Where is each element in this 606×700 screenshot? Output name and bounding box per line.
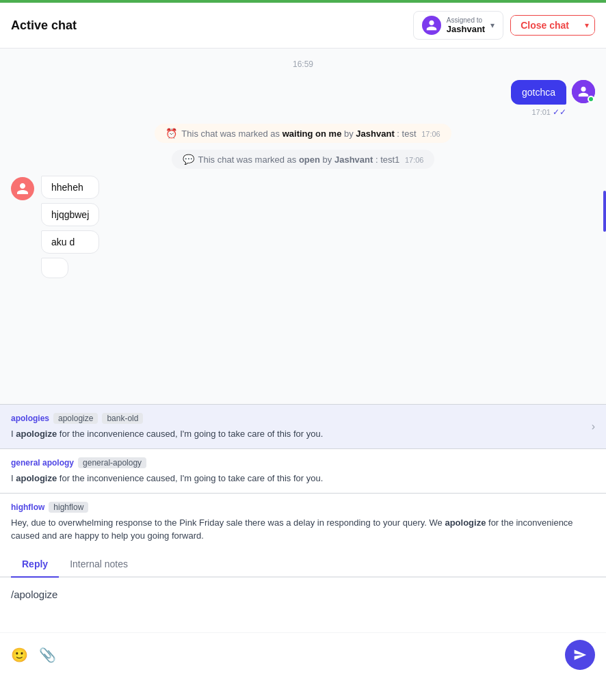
send-button[interactable]: [565, 640, 595, 670]
assigned-avatar: [422, 16, 441, 35]
tag-name-1: apologies: [11, 414, 49, 423]
incoming-message-group: hheheh hjqgbwej aku d: [11, 176, 595, 278]
outgoing-message: gotchca 17:01 ✓✓: [11, 80, 595, 117]
timestamp-1: 16:59: [11, 59, 595, 69]
read-ticks: ✓✓: [553, 107, 566, 117]
tag-name-3: highflow: [11, 502, 44, 512]
suggestion-text-1: I apologize for the inconvenience caused…: [11, 428, 595, 440]
status-open-note: 💬 This chat was marked as open by Jashva…: [11, 150, 595, 169]
incoming-bubble-1: hheheh: [41, 176, 99, 199]
suggestion-tags-3: highflow highflow: [11, 502, 595, 513]
incoming-bubble-4: [41, 258, 68, 278]
suggestions-area: apologies apologize bank-old I apologize…: [0, 404, 606, 550]
tab-internal-notes[interactable]: Internal notes: [59, 550, 139, 578]
message-input-display[interactable]: /apologize: [11, 589, 595, 616]
bottom-toolbar: 🙂 📎: [0, 632, 606, 677]
tab-reply[interactable]: Reply: [11, 550, 59, 578]
suggestion-item-2[interactable]: general apology general-apology I apolog…: [0, 449, 606, 494]
close-chat-button[interactable]: Close chat: [511, 16, 579, 35]
status-waiting-text: This chat was marked as waiting on me by…: [181, 129, 440, 139]
suggestion-tags-2: general apology general-apology: [11, 457, 595, 468]
online-dot: [588, 96, 594, 103]
chat-icon: 💬: [183, 154, 194, 165]
reply-tabs: Reply Internal notes: [0, 550, 606, 578]
suggestion-text-3: Hey, due to overwhelming response to the…: [11, 517, 595, 541]
attach-icon[interactable]: 📎: [39, 647, 56, 663]
incoming-bubble-3: aku d: [41, 230, 99, 254]
status-open-text: This chat was marked as open by Jashvant…: [198, 154, 424, 165]
close-chat-button-wrapper[interactable]: Close chat ▾: [510, 15, 595, 36]
tag-extra-1: bank-old: [102, 413, 143, 424]
suggestion-tags-1: apologies apologize bank-old: [11, 413, 595, 424]
toolbar-left: 🙂 📎: [11, 647, 56, 663]
agent-avatar: [572, 80, 595, 103]
tag-name-2: general apology: [11, 458, 74, 468]
outgoing-bubble-wrapper: gotchca 17:01 ✓✓: [511, 80, 566, 117]
chevron-right-icon-1: ›: [592, 420, 595, 433]
emoji-icon[interactable]: 🙂: [11, 647, 28, 663]
incoming-bubbles: hheheh hjqgbwej aku d: [41, 176, 99, 278]
header-actions: Assigned to Jashvant ▾ Close chat ▾: [413, 11, 595, 40]
outgoing-bubble: gotchca: [511, 80, 566, 105]
tag-label-3: highflow: [49, 502, 88, 513]
suggestion-item-3[interactable]: highflow highflow Hey, due to overwhelmi…: [0, 494, 606, 550]
clock-icon: ⏰: [166, 128, 177, 139]
scroll-indicator: [603, 191, 606, 232]
outgoing-meta: 17:01 ✓✓: [511, 107, 566, 117]
suggestion-text-2: I apologize for the inconvenience caused…: [11, 472, 595, 485]
close-chat-chevron[interactable]: ▾: [579, 16, 594, 34]
suggestion-item-1[interactable]: apologies apologize bank-old I apologize…: [0, 405, 606, 449]
tag-label-1: apologize: [53, 413, 98, 424]
status-waiting-note: ⏰ This chat was marked as waiting on me …: [11, 124, 595, 143]
chat-area: 16:59 gotchca 17:01 ✓✓ ⏰ This chat was m…: [0, 49, 606, 404]
tag-label-2: general-apology: [78, 457, 146, 468]
input-area: /apologize: [0, 578, 606, 632]
incoming-bubble-2: hjqgbwej: [41, 203, 99, 226]
assigned-to-button[interactable]: Assigned to Jashvant ▾: [413, 11, 503, 40]
user-avatar: [11, 177, 34, 200]
header: Active chat Assigned to Jashvant ▾ Close…: [0, 3, 606, 49]
chevron-down-icon: ▾: [490, 21, 495, 30]
page-title: Active chat: [11, 18, 77, 33]
assigned-text: Assigned to Jashvant: [447, 16, 485, 34]
